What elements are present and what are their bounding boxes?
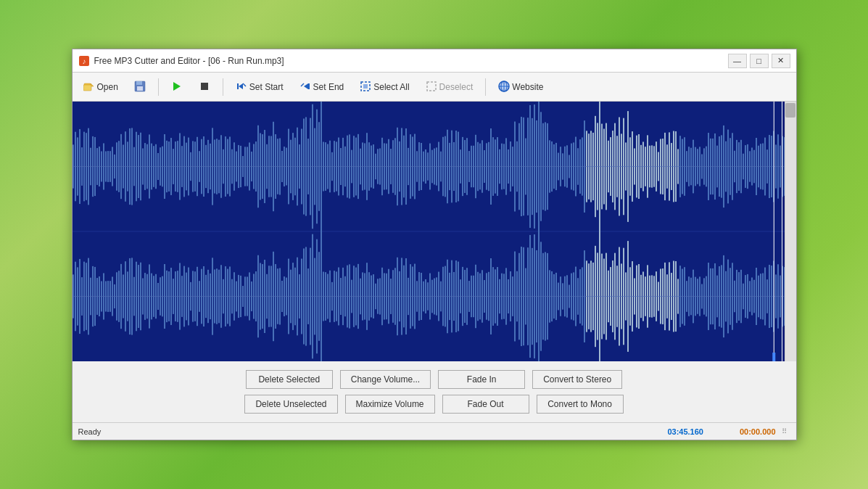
separator-2 [223,78,223,96]
open-icon [83,81,95,94]
set-start-button[interactable]: Set Start [229,77,290,97]
svg-rect-4 [83,85,91,91]
convert-stereo-button[interactable]: Convert to Stereo [532,370,622,389]
select-all-button[interactable]: Select All [353,77,416,97]
maximize-button[interactable]: □ [750,54,769,68]
play-button[interactable] [165,77,189,97]
set-start-label: Set Start [249,82,284,92]
deselect-button[interactable]: Deselect [419,77,480,97]
main-window: ♪ Free MP3 Cutter and Editor - [06 - Run… [72,49,797,440]
time-position: 03:45.160 [667,427,703,436]
website-label: Website [512,82,543,92]
window-title: Free MP3 Cutter and Editor - [06 - Run R… [94,56,284,66]
fade-in-button[interactable]: Fade In [438,370,525,389]
select-all-icon [360,81,371,94]
title-bar: ♪ Free MP3 Cutter and Editor - [06 - Run… [73,49,796,73]
time-selection: 00:00.000 [740,427,776,436]
resize-grip[interactable]: ⠿ [782,427,790,436]
website-icon [498,81,510,94]
svg-rect-18 [427,82,436,91]
waveform-container[interactable] [73,102,796,361]
select-all-label: Select All [373,82,409,92]
set-start-icon [236,81,247,94]
svg-line-13 [301,83,304,86]
buttons-row-1: Delete Selected Change Volume... Fade In… [246,370,622,389]
open-label: Open [97,82,118,92]
maximize-volume-button[interactable]: Maximize Volume [345,395,435,414]
app-icon: ♪ [78,55,90,67]
svg-text:♪: ♪ [82,57,86,65]
svg-line-12 [243,83,246,86]
status-times: 03:45.160 00:00.000 [667,427,775,436]
website-button[interactable]: Website [492,77,550,97]
waveform-canvas[interactable] [73,102,796,361]
stop-button[interactable] [192,77,217,97]
stop-icon [199,81,210,94]
toolbar: Open [73,73,796,102]
svg-marker-14 [304,83,308,89]
status-bar: Ready 03:45.160 00:00.000 ⠿ [73,422,796,440]
separator-1 [158,78,159,96]
play-icon [171,81,183,94]
deselect-icon [426,81,437,94]
svg-marker-8 [173,82,181,91]
set-end-icon [299,81,311,94]
svg-marker-11 [239,83,243,89]
window-controls: — □ ✕ [728,54,790,68]
title-bar-left: ♪ Free MP3 Cutter and Editor - [06 - Run… [78,55,284,67]
set-end-button[interactable]: Set End [293,77,351,97]
close-button[interactable]: ✕ [772,54,790,68]
delete-unselected-button[interactable]: Delete Unselected [244,395,337,414]
separator-3 [485,78,486,96]
buttons-row-2: Delete Unselected Maximize Volume Fade O… [244,395,623,414]
actions-panel: Delete Selected Change Volume... Fade In… [73,361,796,422]
set-end-label: Set End [313,82,344,92]
fade-out-button[interactable]: Fade Out [442,395,529,414]
open-button[interactable]: Open [77,77,125,97]
svg-point-23 [499,81,509,91]
save-icon [134,81,146,94]
svg-rect-7 [137,86,143,91]
minimize-button[interactable]: — [728,54,747,68]
delete-selected-button[interactable]: Delete Selected [246,370,333,389]
change-volume-button[interactable]: Change Volume... [340,370,431,389]
save-button[interactable] [128,77,152,97]
svg-rect-15 [308,83,310,89]
status-text: Ready [78,427,668,436]
convert-mono-button[interactable]: Convert to Mono [537,395,624,414]
scrollbar-right[interactable] [785,102,796,361]
svg-rect-10 [237,83,239,89]
svg-rect-9 [201,83,208,90]
svg-rect-17 [363,84,368,89]
deselect-label: Deselect [439,82,474,92]
svg-rect-6 [136,81,142,85]
